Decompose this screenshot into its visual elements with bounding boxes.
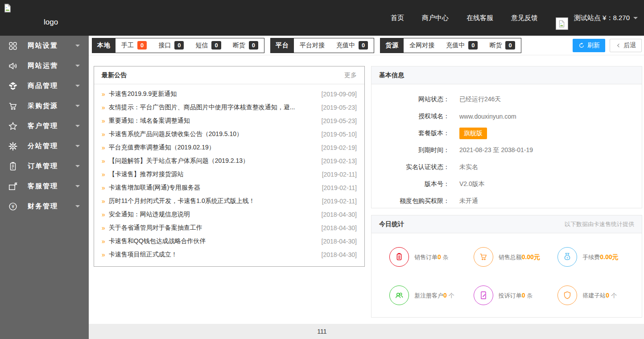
caret-down-icon [75, 85, 80, 89]
sidebar-item-site-settings[interactable]: 网站设置 [0, 36, 89, 56]
sidebar-item-label: 网站设置 [28, 41, 75, 50]
refresh-button[interactable]: 刷新 [573, 39, 605, 52]
double-arrow-icon: » [102, 171, 105, 178]
order-icon [389, 247, 409, 267]
stat-label: 销售订单 [414, 254, 438, 260]
announcement-item[interactable]: »卡速售系统产品问题反馈收集公告（2019.5.10）[2019-05-10] [102, 128, 357, 141]
nav-feedback[interactable]: 意见反馈 [511, 14, 538, 22]
toolbar-item-out-of-stock[interactable]: 断货0 [489, 41, 515, 50]
toolbar-item-label: 断货 [489, 41, 502, 50]
info-row-realname-status: 实名认证状态：未实名 [372, 159, 642, 176]
back-button[interactable]: 后退 [610, 39, 642, 52]
info-row-authorized-domain: 授权域名：www.douxinyun.com [372, 108, 642, 125]
announcement-text: 历时11个月封闭式开发，卡速售1.0系统正式版上线！ [109, 197, 317, 205]
announcement-item[interactable]: »卡速售2019.9.9更新通知[2019-09-09] [102, 87, 357, 101]
announcement-item[interactable]: »卡速售和QQ钱包达成战略合作伙伴[2018-04-30] [102, 235, 357, 248]
stat-value: 0条 [522, 292, 533, 299]
toolbar-buttons: 刷新 后退 [573, 39, 644, 52]
megaphone-icon [8, 61, 18, 71]
sidebar-item-support-management[interactable]: 客服管理 [0, 176, 89, 196]
announcement-text: 卡速售和QQ钱包达成战略合作伙伴 [109, 237, 316, 245]
toolbar-item-manual[interactable]: 手工0 [121, 41, 147, 50]
nav-home[interactable]: 首页 [391, 14, 404, 22]
toolbar-group-platform-items: 平台对接 充值中0 [294, 38, 374, 53]
toolbar-item-recharging[interactable]: 充值中0 [446, 41, 478, 50]
toolbar-item-platform-dock[interactable]: 平台对接 [300, 41, 325, 50]
toolbar-item-recharging[interactable]: 充值中0 [336, 41, 368, 50]
toolbar-item-out-of-stock[interactable]: 断货0 [233, 41, 258, 50]
sidebar-item-customer-management[interactable]: 客户管理 [0, 116, 89, 136]
footer-text: 111 [317, 328, 326, 335]
toolbar-group-sources-items: 全网对接 充值中0 断货0 [404, 38, 520, 53]
stat-complaint-orders: 投诉订单0条 [474, 285, 558, 306]
today-stats-grid: 销售订单0条 销售总额0.00元 ¥ 手续费0.00元 新注册客户0个 投诉订单… [372, 233, 642, 306]
sidebar-item-product-management[interactable]: 商品管理 [0, 76, 89, 96]
toolbar-item-network-dock[interactable]: 全网对接 [409, 41, 434, 50]
stat-sub-sites: 搭建子站0个 [557, 285, 642, 306]
sidebar-item-label: 网站运营 [28, 62, 75, 70]
sidebar-item-label: 订单管理 [28, 162, 75, 170]
announcement-date: [2019-02-11] [322, 198, 357, 205]
caret-down-icon [75, 185, 80, 190]
avatar[interactable] [556, 17, 568, 30]
double-arrow-icon: » [102, 184, 105, 191]
more-link[interactable]: 更多 [344, 71, 357, 79]
folder-flag-icon [8, 182, 18, 191]
toolbar-group-platform: 平台 平台对接 充值中0 [270, 38, 374, 53]
announcement-item[interactable]: »卡速售项目组正式成立！[2018-04-30] [102, 248, 357, 261]
announcement-item[interactable]: »【卡速售】推荐对接货源站[2019-02-11] [102, 168, 357, 181]
announcement-text: 卡速售项目组正式成立！ [109, 251, 316, 259]
stat-unit: 条 [443, 254, 449, 260]
count-badge: 0 [249, 41, 258, 50]
announcement-date: [2018-04-30] [322, 211, 357, 218]
toolbar-group-local: 本地 手工0 接口0 短信0 断货0 [92, 38, 264, 53]
cart-icon [474, 247, 493, 267]
toolbar-item-label: 平台对接 [300, 41, 325, 50]
sidebar-item-finance-management[interactable]: ¥ 财务管理 [0, 196, 89, 216]
tab-platform[interactable]: 平台 [271, 38, 294, 53]
info-label: 版本号： [372, 180, 450, 188]
shield-icon [557, 285, 577, 305]
sidebar-item-purchase-sources[interactable]: 采购货源 [0, 96, 89, 116]
announcement-text: 卡速售系统产品问题反馈收集公告（2019.5.10） [109, 130, 316, 138]
announcement-item[interactable]: »安全通知：网站违规信息说明[2018-04-30] [102, 208, 357, 221]
sidebar-item-site-operation[interactable]: 网站运营 [0, 56, 89, 76]
toolbar-item-label: 充值中 [336, 41, 355, 50]
svg-text:¥: ¥ [566, 256, 568, 260]
logo-text: logo [44, 18, 58, 27]
site-balance[interactable]: 测试站点 ¥：8.270 [574, 14, 630, 22]
toolbar-item-label: 全网对接 [409, 41, 434, 50]
toolbar-item-sms[interactable]: 短信0 [195, 41, 221, 50]
info-label: 到期时间： [372, 146, 450, 154]
announcement-date: [2018-04-30] [322, 224, 357, 232]
double-arrow-icon: » [102, 198, 105, 205]
announcement-text: 关于各省通管局对于备案抽查工作 [109, 224, 316, 232]
info-label: 网站状态： [372, 95, 450, 103]
nav-merchant-center[interactable]: 商户中心 [422, 14, 449, 22]
caret-down-icon [75, 105, 80, 109]
stat-sales-total: 销售总额0.00元 [474, 247, 558, 267]
tab-sources[interactable]: 货源 [380, 38, 404, 53]
stat-sales-orders: 销售订单0条 [389, 247, 474, 267]
announcement-item[interactable]: »友情提示：平台广告图片、商品图片中使用字体核查整改通知，避...[2019-0… [102, 101, 357, 114]
tab-local[interactable]: 本地 [92, 38, 116, 53]
announcement-item[interactable]: »历时11个月封闭式开发，卡速售1.0系统正式版上线！[2019-02-11] [102, 194, 357, 208]
toolbar-item-label: 短信 [195, 41, 208, 50]
announcement-item[interactable]: »卡速售增加联通(网通)专用服务器[2019-02-11] [102, 181, 357, 194]
info-label: 授权域名： [372, 112, 450, 120]
sidebar-item-order-management[interactable]: 订单管理 [0, 156, 89, 176]
toolbar-item-api[interactable]: 接口0 [158, 41, 184, 50]
cart-icon [8, 101, 18, 111]
announcement-item[interactable]: »重要通知：域名备案调整通知[2019-05-23] [102, 114, 357, 128]
sidebar-item-substation-management[interactable]: 分站管理 [0, 136, 89, 156]
announcement-item[interactable]: »【问题解答】关于站点客户体系问题（2019.2.13）[2019-02-13] [102, 154, 357, 168]
double-arrow-icon: » [102, 91, 105, 98]
top-header: logo 首页 商户中心 在线客服 意见反馈 测试站点 ¥：8.270 [0, 0, 644, 36]
nav-online-support[interactable]: 在线客服 [466, 14, 493, 22]
double-arrow-icon: » [102, 104, 105, 111]
stat-new-customers: 新注册客户0个 [389, 285, 474, 306]
announcement-item[interactable]: »平台充值费率调整通知（2019.02.19）[2019-02-19] [102, 141, 357, 154]
announcement-item[interactable]: »关于各省通管局对于备案抽查工作[2018-04-30] [102, 221, 357, 235]
toolbar-group-sources: 货源 全网对接 充值中0 断货0 [380, 38, 521, 53]
yen-circle-icon: ¥ [8, 202, 18, 211]
